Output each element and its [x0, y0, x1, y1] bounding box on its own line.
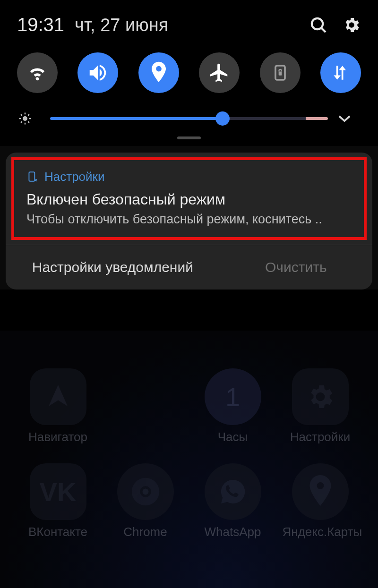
brightness-slider[interactable]	[50, 109, 328, 128]
app-label: Навигатор	[28, 430, 87, 444]
quick-settings-panel: 19:31 чт, 27 июня	[0, 0, 378, 146]
app-label: Настройки	[290, 430, 351, 444]
status-header: 19:31 чт, 27 июня	[17, 14, 361, 35]
search-icon[interactable]	[309, 16, 328, 34]
svg-point-2	[142, 489, 148, 495]
navigator-icon	[30, 368, 86, 425]
wifi-toggle[interactable]	[17, 52, 58, 93]
app-label: Chrome	[123, 525, 167, 539]
svg-rect-16	[29, 172, 34, 181]
svg-point-3	[312, 18, 323, 29]
svg-rect-6	[278, 72, 282, 76]
notification-body: Чтобы отключить безопасный режим, коснит…	[26, 212, 352, 227]
brightness-icon	[18, 111, 41, 126]
safe-mode-notification[interactable]: Настройки Включен безопасный режим Чтобы…	[11, 157, 367, 240]
app-settings[interactable]: Настройки	[276, 368, 364, 444]
app-label: WhatsApp	[205, 525, 261, 539]
settings-app-icon	[26, 171, 39, 183]
vk-icon: VK	[30, 463, 86, 520]
svg-line-15	[28, 114, 29, 116]
whatsapp-icon	[205, 463, 261, 520]
app-chrome[interactable]: Chrome	[102, 463, 189, 539]
notification-app-name: Настройки	[44, 170, 105, 184]
app-label: Яндекс.Карты	[283, 525, 358, 539]
notification-card: Настройки Включен безопасный режим Чтобы…	[6, 153, 372, 290]
gear-icon[interactable]	[342, 16, 361, 34]
app-label: ВКонтакте	[28, 525, 87, 539]
notification-actions: Настройки уведомлений Очистить	[6, 245, 372, 290]
brightness-thumb[interactable]	[215, 111, 230, 126]
svg-point-7	[23, 116, 27, 121]
sound-toggle[interactable]	[77, 52, 118, 93]
app-navigator[interactable]: Навигатор	[14, 368, 102, 444]
svg-line-13	[28, 121, 29, 123]
app-yandex-maps[interactable]: Яндекс.Карты	[276, 463, 364, 539]
brightness-track	[50, 117, 328, 120]
status-date: чт, 27 июня	[75, 15, 168, 35]
panel-drag-handle[interactable]	[177, 136, 201, 139]
svg-line-4	[322, 28, 326, 32]
notification-settings-button[interactable]: Настройки уведомлений	[6, 245, 220, 290]
gear-icon	[292, 368, 349, 425]
rotation-lock-toggle[interactable]	[260, 52, 301, 93]
home-screen-background: Навигатор 1 Часы Настройки VK ВКонтакте …	[0, 331, 378, 588]
app-clock[interactable]: 1 Часы	[189, 368, 276, 444]
chevron-down-icon[interactable]	[337, 114, 360, 123]
location-toggle[interactable]	[138, 52, 179, 93]
notification-area: Настройки Включен безопасный режим Чтобы…	[0, 146, 378, 290]
svg-line-12	[21, 114, 22, 116]
chrome-icon	[117, 463, 174, 520]
clear-all-button[interactable]: Очистить	[220, 245, 372, 290]
app-whatsapp[interactable]: WhatsApp	[189, 463, 276, 539]
notification-title: Включен безопасный режим	[26, 191, 352, 208]
airplane-toggle[interactable]	[199, 52, 240, 93]
mobile-data-toggle[interactable]	[320, 52, 361, 93]
svg-line-14	[21, 121, 22, 123]
clock-time: 19:31	[17, 14, 64, 35]
clock-icon: 1	[205, 368, 261, 425]
yandex-maps-icon	[292, 463, 349, 520]
app-vk[interactable]: VK ВКонтакте	[14, 463, 102, 539]
app-label: Часы	[218, 430, 248, 444]
